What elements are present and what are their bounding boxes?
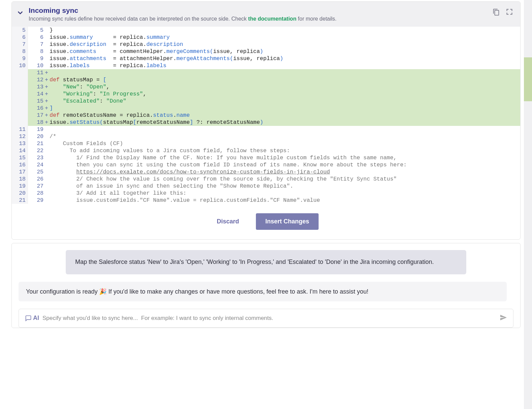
gutter-new: 6 [28,34,44,41]
diff-actions: Discard Insert Changes [12,204,520,239]
gutter-new: 11 [28,69,44,76]
code-line[interactable]: 18+issue.setStatus(statusMap[remoteStatu… [12,119,520,126]
gutter-new: 25 [28,168,44,175]
send-icon[interactable] [500,314,507,323]
code-line[interactable]: 17+def remoteStatusName = replica.status… [12,112,520,119]
gutter-new: 23 [28,154,44,161]
diff-marker [44,197,49,204]
diff-marker: + [44,83,49,90]
code-line[interactable]: 1826 2/ Check how the value is coming ov… [12,175,520,183]
gutter-new: 10 [28,62,44,69]
documentation-link[interactable]: the documentation [248,16,296,22]
gutter-old [12,105,28,112]
code-editor[interactable]: 55}66issue.summary = replica.summary77is… [12,27,520,204]
code-content: issue.customFields."CF Name".value = rep… [49,197,520,204]
code-line[interactable]: 14+ "Working": "In Progress", [12,90,520,98]
collapse-icon[interactable] [17,9,24,18]
discard-button[interactable]: Discard [213,213,242,230]
diff-marker: + [44,98,49,105]
diff-marker: + [44,119,49,126]
code-content: then you can sync it using the custom fi… [49,161,520,168]
gutter-new: 14 [28,90,44,98]
fullscreen-icon[interactable] [506,8,513,17]
code-content: 3/ Add it all together like this: [49,190,520,197]
code-content: 1/ Find the Display Name of the CF. Note… [49,154,520,161]
insert-changes-button[interactable]: Insert Changes [256,213,319,230]
gutter-old: 16 [12,161,28,168]
code-line[interactable]: 77issue.description = replica.descriptio… [12,41,520,48]
code-line[interactable]: 13+ "New": "Open", [12,83,520,90]
panel-subtitle: Incoming sync rules define how received … [29,16,493,22]
diff-marker [44,147,49,154]
gutter-new: 5 [28,27,44,34]
gutter-new: 19 [28,126,44,133]
code-content: issue.summary = replica.summary [49,34,520,41]
chat-input[interactable] [42,315,496,322]
code-line[interactable]: 1220/* [12,133,520,140]
diff-marker [44,27,49,34]
gutter-new: 18 [28,119,44,126]
diff-marker [44,140,49,147]
gutter-old [12,76,28,83]
gutter-old [12,83,28,90]
page-scrollbar-track[interactable] [524,0,532,328]
code-content: "Working": "In Progress", [49,90,520,98]
diff-marker [44,34,49,41]
gutter-old: 10 [12,62,28,69]
code-line[interactable]: 1119 [12,126,520,133]
diff-marker [44,62,49,69]
code-content: https://docs.exalate.com/docs/how-to-syn… [49,168,520,175]
gutter-new: 26 [28,175,44,183]
subtitle-suffix: for more details. [296,16,336,22]
diff-marker: + [44,76,49,83]
code-content: issue.labels = replica.labels [49,62,520,69]
gutter-new: 29 [28,197,44,204]
gutter-old: 13 [12,140,28,147]
gutter-new: 7 [28,41,44,48]
code-line[interactable]: 1624 then you can sync it using the cust… [12,161,520,168]
code-line[interactable]: 12+def statusMap = [ [12,76,520,83]
code-line[interactable]: 1010issue.labels = replica.labels [12,62,520,69]
diff-marker [44,168,49,175]
gutter-new: 9 [28,55,44,62]
code-line[interactable]: 88issue.comments = commentHelper.mergeCo… [12,48,520,55]
gutter-old: 18 [12,175,28,183]
code-line[interactable]: 1422 To add incoming values to a Jira cu… [12,147,520,154]
gutter-old: 19 [12,183,28,190]
code-line[interactable]: 2129 issue.customFields."CF Name".value … [12,197,520,204]
diff-marker: + [44,105,49,112]
gutter-old [12,119,28,126]
code-line[interactable]: 1321 Custom Fields (CF) [12,140,520,147]
code-line[interactable]: 55} [12,27,520,34]
diff-marker [44,133,49,140]
code-line[interactable]: 1725 https://docs.exalate.com/docs/how-t… [12,168,520,175]
code-line[interactable]: 66issue.summary = replica.summary [12,34,520,41]
code-line[interactable]: 2028 3/ Add it all together like this: [12,190,520,197]
code-content: } [49,27,520,34]
gutter-old: 9 [12,55,28,62]
gutter-new: 13 [28,83,44,90]
copy-icon[interactable] [493,8,500,17]
gutter-new: 28 [28,190,44,197]
subtitle-prefix: Incoming sync rules define how received … [29,16,248,22]
gutter-new: 24 [28,161,44,168]
code-content: issue.attachments = attachmentHelper.mer… [49,55,520,62]
code-line[interactable]: 11+ [12,69,520,76]
gutter-old [12,112,28,119]
chat-input-row: AI [19,309,513,328]
code-content: issue.description = replica.description [49,41,520,48]
code-line[interactable]: 16+] [12,105,520,112]
page-scrollbar-thumb[interactable] [524,57,532,101]
code-content: To add incoming values to a Jira custom … [49,147,520,154]
gutter-old: 14 [12,147,28,154]
gutter-old: 8 [12,48,28,55]
code-line[interactable]: 99issue.attachments = attachmentHelper.m… [12,55,520,62]
code-line[interactable]: 1523 1/ Find the Display Name of the CF.… [12,154,520,161]
gutter-new: 8 [28,48,44,55]
diff-marker [44,183,49,190]
gutter-new: 20 [28,133,44,140]
code-line[interactable]: 1927 of an issue in sync and then select… [12,183,520,190]
code-line[interactable]: 15+ "Escalated": "Done" [12,98,520,105]
gutter-new: 27 [28,183,44,190]
code-content [49,126,520,133]
